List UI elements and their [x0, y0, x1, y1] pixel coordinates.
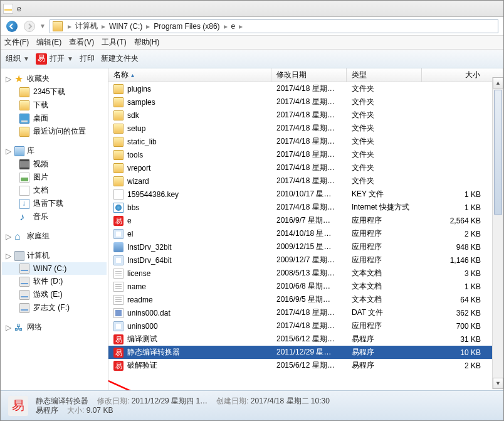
- file-row[interactable]: plugins2017/4/18 星期…文件夹: [108, 82, 503, 95]
- open-button[interactable]: 易 打开 ▼: [36, 53, 73, 65]
- file-date: 2017/4/18 星期…: [271, 202, 347, 213]
- col-size[interactable]: 大小: [422, 68, 503, 82]
- file-row[interactable]: unins0002017/4/18 星期…应用程序700 KB: [108, 319, 503, 333]
- file-row[interactable]: 易静态编译转换器2011/12/29 星…易程序10 KB: [108, 346, 503, 359]
- tree-item[interactable]: 最近访问的位置: [2, 125, 107, 138]
- file-row[interactable]: bbs2017/4/18 星期…Internet 快捷方式1 KB: [108, 201, 503, 214]
- file-date: 2017/4/18 星期…: [271, 149, 347, 160]
- file-row[interactable]: tools2017/4/18 星期…文件夹: [108, 148, 503, 161]
- file-row[interactable]: static_lib2017/4/18 星期…文件夹: [108, 135, 503, 148]
- chevron-icon: ▸: [65, 22, 74, 31]
- libraries-group: ▷ 库 视频图片文档迅雷下载♪音乐: [2, 144, 107, 223]
- menu-edit[interactable]: 编辑(E): [36, 37, 61, 48]
- tree-item[interactable]: 游戏 (E:): [2, 288, 107, 301]
- e-red-icon: 易: [113, 216, 123, 226]
- menu-tools[interactable]: 工具(T): [102, 37, 126, 48]
- homegroup-head[interactable]: ▷ ⌂ 家庭组: [2, 230, 107, 243]
- details-name: 静态编译转换器: [36, 397, 88, 406]
- file-row[interactable]: license2008/5/13 星期…文本文档3 KB: [108, 267, 503, 280]
- computer-icon: [14, 251, 24, 261]
- file-row[interactable]: 易e2016/9/7 星期…应用程序2,564 KB: [108, 214, 503, 227]
- file-row[interactable]: name2010/6/8 星期…文本文档1 KB: [108, 280, 503, 293]
- computer-head[interactable]: ▷ 计算机: [2, 249, 107, 262]
- details-mod-val: 2011/12/29 星期四 1…: [132, 397, 207, 405]
- file-row[interactable]: sdk2017/4/18 星期…文件夹: [108, 109, 503, 122]
- details-text: 静态编译转换器 修改日期: 2011/12/29 星期四 1… 创建日期: 20…: [36, 397, 330, 415]
- app-icon: [113, 255, 123, 265]
- fld-icon: [19, 127, 29, 137]
- network-head[interactable]: ▷ 🖧 网络: [2, 321, 107, 334]
- file-type: 应用程序: [347, 228, 422, 239]
- window-icon: [3, 4, 13, 14]
- tree-item[interactable]: WIN7 (C:): [2, 262, 107, 275]
- tree-item[interactable]: ♪音乐: [2, 210, 107, 223]
- address-bar[interactable]: ▸ 计算机 ▸ WIN7 (C:) ▸ Program Files (x86) …: [50, 19, 498, 33]
- file-list[interactable]: plugins2017/4/18 星期…文件夹samples2017/4/18 …: [108, 82, 503, 390]
- tree-item-label: 2345下载: [33, 87, 65, 97]
- file-date: 2017/4/18 星期…: [271, 83, 347, 94]
- col-name[interactable]: 名称 ▴: [108, 68, 271, 82]
- file-row[interactable]: unins000.dat2017/4/18 星期…DAT 文件362 KB: [108, 306, 503, 319]
- scroll-down-button[interactable]: ▼: [493, 378, 503, 389]
- scrollbar[interactable]: ▲ ▼: [492, 77, 503, 389]
- tree-item[interactable]: 文档: [2, 184, 107, 197]
- tree-item[interactable]: 图片: [2, 171, 107, 184]
- file-row[interactable]: InstDrv_64bit2009/12/7 星期…应用程序1,146 KB: [108, 253, 503, 267]
- menu-file[interactable]: 文件(F): [4, 37, 29, 48]
- menu-help[interactable]: 帮助(H): [134, 37, 160, 48]
- tree-item[interactable]: 迅雷下载: [2, 197, 107, 210]
- col-type[interactable]: 类型: [347, 68, 422, 82]
- organize-button[interactable]: 组织 ▼: [6, 53, 29, 64]
- file-row[interactable]: InstDrv_32bit2009/12/15 星…应用程序948 KB: [108, 240, 503, 253]
- breadcrumb-item[interactable]: WIN7 (C:): [108, 21, 144, 31]
- tree-item[interactable]: 软件 (D:): [2, 275, 107, 288]
- file-row[interactable]: readme2016/9/5 星期…文本文档64 KB: [108, 293, 503, 306]
- file-name: 破解验证: [127, 360, 157, 371]
- libraries-head[interactable]: ▷ 库: [2, 144, 107, 157]
- tree-item[interactable]: 下载: [2, 99, 107, 112]
- file-row[interactable]: 易破解验证2015/6/12 星期…易程序2 KB: [108, 359, 503, 372]
- tree-item-label: 游戏 (E:): [33, 289, 63, 300]
- library-icon: [14, 146, 24, 156]
- favorites-group: ▷ ★ 收藏夹 2345下载下载桌面最近访问的位置: [2, 72, 107, 138]
- scroll-thumb[interactable]: [494, 90, 502, 215]
- file-row[interactable]: vreport2017/4/18 星期…文件夹: [108, 161, 503, 174]
- menu-view[interactable]: 查看(V): [69, 37, 94, 48]
- chevron-icon: ▸: [144, 22, 152, 31]
- tree-item[interactable]: 桌面: [2, 112, 107, 125]
- file-size: 1 KB: [422, 190, 503, 199]
- print-button[interactable]: 打印: [80, 53, 95, 64]
- doc-icon: [19, 186, 29, 196]
- file-row[interactable]: 159544386.key2010/10/17 星…KEY 文件1 KB: [108, 188, 503, 201]
- breadcrumb-item[interactable]: Program Files (x86): [152, 21, 221, 31]
- file-type: 应用程序: [347, 255, 422, 265]
- fld-icon: [19, 100, 29, 110]
- new-folder-button[interactable]: 新建文件夹: [101, 53, 139, 64]
- breadcrumb-item[interactable]: e: [230, 21, 237, 31]
- content: ▷ ★ 收藏夹 2345下载下载桌面最近访问的位置 ▷ 库 视频图片文档迅雷下载…: [1, 68, 503, 390]
- file-row[interactable]: el2014/10/18 星…应用程序2 KB: [108, 227, 503, 240]
- e-lang-icon: 易: [36, 53, 47, 65]
- file-row[interactable]: wizard2017/4/18 星期…文件夹: [108, 174, 503, 188]
- back-button[interactable]: [3, 19, 21, 34]
- file-type: 文件夹: [347, 136, 422, 147]
- tree-item[interactable]: 2345下载: [2, 85, 107, 99]
- file-row[interactable]: 易编译测试2015/6/12 星期…易程序31 KB: [108, 333, 503, 346]
- chevron-icon: ▸: [221, 22, 230, 31]
- file-row[interactable]: setup2017/4/18 星期…文件夹: [108, 122, 503, 135]
- file-row[interactable]: samples2017/4/18 星期…文件夹: [108, 95, 503, 109]
- file-name: setup: [127, 124, 145, 133]
- tree-item[interactable]: 罗志文 (F:): [2, 301, 107, 314]
- forward-button[interactable]: [21, 19, 38, 34]
- col-date[interactable]: 修改日期: [271, 68, 347, 82]
- favorites-head[interactable]: ▷ ★ 收藏夹: [2, 72, 107, 85]
- file-date: 2017/4/18 星期…: [271, 123, 347, 134]
- history-dropdown[interactable]: ▼: [38, 23, 47, 29]
- file-date: 2017/4/18 星期…: [271, 97, 347, 107]
- scroll-up-button[interactable]: ▲: [493, 77, 503, 88]
- tree-item-label: 桌面: [33, 113, 48, 124]
- tree-item[interactable]: 视频: [2, 157, 107, 171]
- dropdown-icon: ▼: [23, 55, 29, 62]
- navbar: ▼ ▸ 计算机 ▸ WIN7 (C:) ▸ Program Files (x86…: [1, 17, 503, 36]
- breadcrumb-item[interactable]: 计算机: [74, 20, 99, 32]
